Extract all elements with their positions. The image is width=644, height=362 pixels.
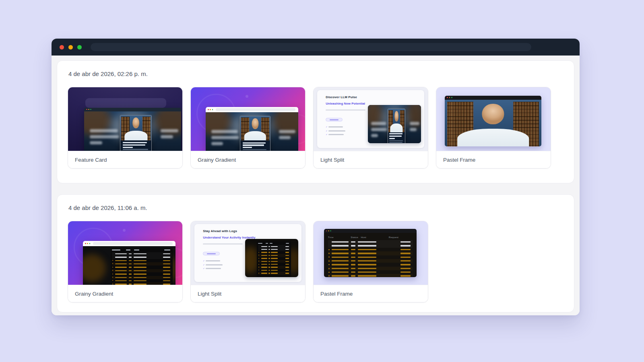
thumbnail-light-split: Discover LLM Pulse Unleashing New Potent… [314,87,428,151]
presenter-photo [388,109,405,132]
log-row-warning [328,270,413,274]
card-label: Grainy Gradient [191,151,305,168]
log-row-warning [328,255,413,259]
mini-browser-chrome [206,107,298,112]
decor-dot [246,95,248,98]
mini-browser-body: Time Status Host Request [324,233,417,277]
blurred-headline-right [279,130,295,142]
log-row-warning [112,282,171,285]
presenter-head [482,104,504,124]
template-card-pastel-frame[interactable]: Pastel Frame [436,87,551,169]
video-preview-scene [206,112,298,151]
log-col-host: Host [361,236,388,239]
template-card-pastel-frame[interactable]: Time Status Host Request [313,221,428,302]
mini-maximize-icon [90,109,91,110]
address-bar[interactable] [91,43,531,51]
mini-browser-window [206,107,298,151]
split-subtitle: Understand Your Activity Instantly [203,236,255,239]
split-panel: Discover LLM Pulse Unleashing New Potent… [317,90,424,148]
log-row-warning [258,260,289,263]
presenter-shirt [457,129,529,146]
maximize-icon[interactable] [77,45,82,49]
template-card-grainy-gradient[interactable]: Grainy Gradient [68,221,183,302]
presenter-shirt [124,131,147,140]
split-subtext-bar [326,109,365,111]
log-row-warning [112,269,171,272]
split-panel: Stay Ahead with Logs Understand Your Act… [194,224,301,282]
mini-address-bar [216,108,295,111]
mini-close-icon [85,243,86,244]
group-date: 4 de abr de 2026, 11:06 a. m. [68,204,564,211]
close-icon[interactable] [60,45,64,49]
skeleton-header-pill [85,98,167,108]
card-label: Grainy Gradient [68,285,182,302]
mini-browser-chrome [324,229,417,233]
minimize-icon[interactable] [68,45,73,49]
blurred-headline-right [161,129,178,141]
browser-chrome [52,39,580,56]
template-card-grainy-gradient[interactable]: Grainy Gradient [190,87,305,169]
log-row-warning [328,251,413,255]
mini-browser-body [83,246,175,285]
template-card-feature-card[interactable]: Feature Card [68,87,183,169]
mini-browser-window: Time Status Host Request [324,229,417,277]
bullet-item [326,130,345,132]
mini-minimize-icon [210,109,211,110]
card-label: Pastel Frame [436,151,551,168]
card-label: Pastel Frame [314,285,428,302]
group-date: 4 de abr de 2026, 02:26 p. m. [68,70,564,77]
page-background: 4 de abr de 2026, 02:26 p. m. [0,0,644,362]
card-label: Light Split [314,151,428,168]
split-badge-pill [203,252,220,255]
presenter-photo [445,100,541,146]
mini-maximize-icon [212,109,213,110]
log-row-warning [258,263,289,265]
mini-browser-window [84,108,181,151]
bullet-item [326,134,345,136]
log-row-warning [258,251,289,254]
video-overlay-card [388,109,405,144]
thumbnail-grainy-gradient [68,221,182,285]
mini-browser-chrome [83,241,175,246]
mini-browser-body [206,112,298,151]
blurred-headline [371,122,387,140]
log-row-warning [328,267,413,270]
blurred-headline-right [410,122,419,134]
presenter-head [132,117,140,128]
presenter-photo [240,116,270,140]
overlay-card-text [388,132,405,144]
thumbnail-pastel-frame [436,87,551,151]
log-table: Time Status Host Request [328,234,413,277]
thumbnail-light-split: Stay Ahead with Logs Understand Your Act… [191,221,305,285]
mini-minimize-icon [88,109,89,110]
log-row-warning [328,248,413,251]
log-row-warning [112,276,171,279]
split-badge-pill [326,118,343,121]
log-row-warning [328,274,413,277]
browser-window: 4 de abr de 2026, 02:26 p. m. [52,39,580,315]
video-preview-scene [368,105,421,143]
log-row-warning [112,262,171,265]
video-overlay-card [120,115,152,151]
log-col-request: Request [389,236,413,239]
log-row-warning [258,254,289,257]
log-row [328,240,413,244]
split-media-panel [245,239,298,277]
blurred-headline [90,129,119,147]
overlay-card-text [240,140,270,151]
mini-maximize-icon [89,243,91,244]
mini-close-icon [208,109,209,110]
mini-close-icon [447,97,448,98]
template-card-light-split[interactable]: Stay Ahead with Logs Understand Your Act… [190,221,305,302]
bullet-item [203,260,223,262]
log-row-warning [112,272,171,276]
thumbnail-feature-card [68,87,182,151]
history-group-1: 4 de abr de 2026, 02:26 p. m. [57,60,574,183]
template-card-light-split[interactable]: Discover LLM Pulse Unleashing New Potent… [313,87,428,169]
log-row-warning [112,259,171,262]
mini-minimize-icon [87,243,88,244]
log-row-warning [258,266,289,269]
mini-browser-window [83,241,175,285]
log-table [257,241,291,276]
mini-browser-body [445,100,541,146]
